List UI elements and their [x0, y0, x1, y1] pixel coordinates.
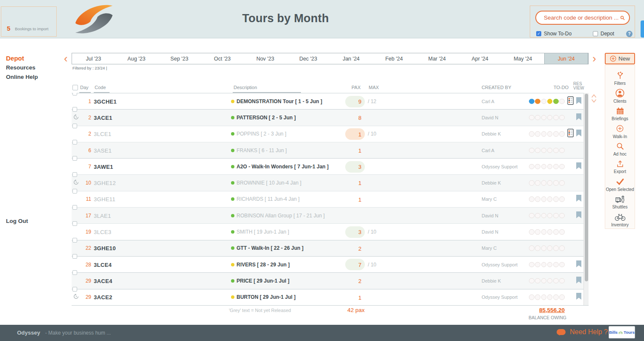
todo-dot-icon[interactable] — [535, 262, 540, 267]
todo-dot-icon[interactable] — [547, 229, 553, 235]
bookmark-icon[interactable] — [576, 277, 581, 285]
todo-dot-icon[interactable] — [541, 147, 547, 153]
scrollbar-thumb[interactable] — [585, 94, 588, 281]
row-checkbox[interactable] — [72, 270, 77, 275]
toolbar-item-filters[interactable]: Filters — [605, 69, 635, 87]
prev-month-chevron-icon[interactable]: ‹ — [64, 54, 68, 63]
row-checkbox[interactable] — [72, 254, 77, 259]
month-tab[interactable]: Aug '23 — [115, 53, 158, 64]
bookmark-icon[interactable] — [576, 260, 581, 269]
todo-dot-icon[interactable] — [535, 295, 540, 300]
bookmark-icon[interactable] — [576, 113, 581, 122]
todo-dot-icon[interactable] — [529, 278, 534, 284]
row-checkbox[interactable] — [72, 221, 77, 226]
todo-dot-icon[interactable] — [529, 213, 534, 218]
bookings-to-import-button[interactable]: 5 Bookings to import — [1, 6, 57, 37]
todo-dot-icon[interactable] — [535, 278, 540, 284]
todo-dot-icon[interactable] — [535, 197, 540, 202]
todo-dot-icon[interactable] — [541, 164, 547, 170]
toolbar-item-clients[interactable]: Clients — [605, 87, 635, 104]
todo-dot-icon[interactable] — [529, 295, 534, 300]
bookmark-icon[interactable] — [576, 293, 581, 301]
need-help-link[interactable]: Need Help ? — [570, 328, 608, 336]
month-tab[interactable]: Sep '23 — [158, 53, 201, 64]
todo-dot-icon[interactable] — [541, 229, 547, 235]
todo-dot-icon[interactable] — [559, 147, 565, 153]
todo-dot-icon[interactable] — [553, 98, 559, 104]
bookmark-icon[interactable] — [576, 97, 581, 106]
todo-dot-icon[interactable] — [547, 213, 553, 218]
todo-dot-icon[interactable] — [553, 131, 559, 137]
todo-dot-icon[interactable] — [535, 164, 540, 170]
row-checkbox[interactable] — [72, 205, 77, 210]
month-tab[interactable]: Feb '24 — [373, 53, 416, 64]
todo-dot-icon[interactable] — [559, 164, 565, 170]
bookmark-icon[interactable] — [576, 195, 581, 203]
column-day[interactable]: Day — [80, 85, 89, 90]
next-month-chevron-icon[interactable]: › — [592, 54, 596, 63]
month-tab[interactable]: Jul '23 — [72, 53, 115, 64]
month-tab[interactable]: May '24 — [502, 53, 545, 64]
table-row[interactable]: 28 3LCE4 RIVERS [ 28 - 29 Jun ] 7 / 10 O… — [72, 256, 589, 272]
todo-dot-icon[interactable] — [541, 262, 547, 267]
month-tab[interactable]: Dec '23 — [287, 53, 330, 64]
todo-dot-icon[interactable] — [559, 213, 565, 218]
todo-dot-icon[interactable] — [547, 262, 553, 267]
todo-dot-icon[interactable] — [535, 115, 540, 121]
bookmark-icon[interactable] — [576, 130, 581, 138]
todo-dot-icon[interactable] — [547, 180, 553, 186]
todo-dot-icon[interactable] — [553, 213, 559, 218]
table-row[interactable]: 17 3LAE1 ROBINSON Allan Group [ 17 - 21 … — [72, 207, 589, 223]
column-description[interactable]: Description — [234, 85, 257, 90]
todo-dot-icon[interactable] — [547, 246, 553, 251]
todo-dot-icon[interactable] — [529, 98, 534, 104]
row-checkbox[interactable] — [72, 238, 77, 243]
todo-dot-icon[interactable] — [529, 115, 534, 121]
todo-dot-icon[interactable] — [535, 131, 540, 137]
toolbar-item-inventory[interactable]: Inventory — [605, 211, 635, 228]
month-tab[interactable]: Mar '24 — [416, 53, 459, 64]
todo-dot-icon[interactable] — [559, 229, 565, 235]
table-row[interactable]: 29 3ACE4 PRICE [ 29 Jun-1 Jul ] 2 Debbie… — [72, 272, 589, 289]
sidebar-item-depot[interactable]: Depot — [6, 55, 24, 62]
todo-dot-icon[interactable] — [535, 147, 540, 153]
todo-dot-icon[interactable] — [559, 180, 565, 186]
todo-dot-icon[interactable] — [547, 278, 553, 284]
column-code[interactable]: Code — [95, 85, 106, 90]
table-row[interactable]: 2 3LCE1 POPPINS [ 2 - 3 Jun ] 1 / 10 Deb… — [72, 126, 589, 142]
todo-dot-icon[interactable] — [535, 213, 540, 218]
todo-dot-icon[interactable] — [535, 180, 540, 186]
toolbar-item-ad-hoc[interactable]: Ad hoc — [605, 140, 635, 158]
month-tab[interactable]: Nov '23 — [244, 53, 287, 64]
todo-dot-icon[interactable] — [535, 229, 540, 235]
todo-dot-icon[interactable] — [547, 295, 553, 300]
scroll-down-icon[interactable] — [591, 99, 597, 103]
todo-dot-icon[interactable] — [559, 262, 565, 267]
todo-dot-icon[interactable] — [529, 131, 534, 137]
todo-dot-icon[interactable] — [553, 229, 559, 235]
table-row[interactable]: 6 3ASE1 FRANKS [ 6 - 11 Jun ] 1 Carl A — [72, 142, 589, 158]
todo-dot-icon[interactable] — [547, 147, 553, 153]
table-row[interactable]: 19 3LCE3 SMITH [ 19 Jun-1 Jan ] 3 / 10 D… — [72, 223, 589, 240]
table-row[interactable]: 22 3GHE10 GTT - Walk-In [ 22 - 26 Jun ] … — [72, 240, 589, 256]
bookmark-icon[interactable] — [576, 162, 581, 171]
todo-dot-icon[interactable] — [541, 246, 547, 251]
row-checkbox[interactable] — [72, 107, 77, 112]
toolbar-item-shuttles[interactable]: Shuttles — [605, 193, 635, 211]
todo-dot-icon[interactable] — [541, 213, 547, 218]
todo-dot-icon[interactable] — [535, 98, 540, 104]
search-input[interactable] — [543, 14, 620, 21]
toolbar-item-briefings[interactable]: Briefings — [605, 105, 635, 122]
todo-dot-icon[interactable] — [541, 295, 547, 300]
table-row[interactable]: 29 3ACE2 BURTON [ 29 Jun-1 Jul ] 1 Odyss… — [72, 289, 589, 305]
row-checkbox[interactable] — [72, 287, 77, 292]
row-checkbox[interactable] — [72, 124, 77, 128]
res-view-icon[interactable] — [567, 129, 574, 139]
sidebar-item-logout[interactable]: Log Out — [6, 218, 28, 224]
table-row[interactable]: 11 3GHE11 RICHARDS [ 11 Jun-4 Jan ] 1 Ma… — [72, 191, 589, 207]
todo-dot-icon[interactable] — [553, 164, 559, 170]
bookmark-icon[interactable] — [576, 211, 581, 220]
todo-dot-icon[interactable] — [529, 180, 534, 186]
todo-dot-icon[interactable] — [547, 98, 553, 104]
todo-dot-icon[interactable] — [529, 229, 534, 235]
